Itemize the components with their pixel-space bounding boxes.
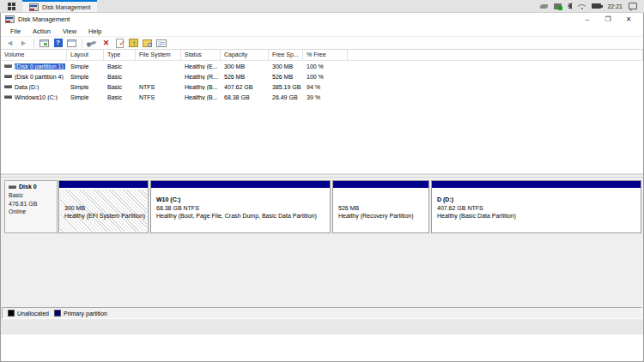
cell-type: Basic [104,63,136,69]
menu-bar: FileActionViewHelp [1,26,643,37]
partition-block[interactable]: W10 (C:)68.38 GB NTFSHealthy (Boot, Page… [150,180,331,233]
cell-free-space: 26.49 GB [269,94,303,100]
menu-action[interactable]: Action [27,27,56,35]
partition-size: 300 MB [64,204,147,213]
volume-disk-icon [4,64,12,68]
show-action-pane-icon[interactable] [66,38,77,48]
partition-block[interactable]: 526 MBHealthy (Recovery Partition) [332,180,429,233]
partition-status: Healthy (Boot, Page File, Crash Dump, Ba… [156,212,329,220]
cell-layout: Simple [67,94,104,100]
network-status-icon[interactable] [554,3,562,9]
action-center-icon[interactable] [629,3,637,9]
cell-pct-free: 39 % [303,94,348,100]
table-row[interactable]: (Disk 0 partition 4)SimpleBasicHealthy (… [1,71,643,81]
partition-color-bar [59,181,148,189]
cell-status: Healthy (B... [181,84,221,90]
back-icon[interactable]: ◄ [4,38,15,48]
volume-disk-icon [4,95,12,99]
legend-label: Unallocated [17,311,49,317]
show-console-tree-icon[interactable] [39,38,50,48]
battery-icon[interactable] [592,3,601,9]
tool-icon[interactable] [87,38,98,48]
toolbar: ◄►?✕✓↑ [1,37,643,50]
cell-status: Healthy (E... [181,63,221,69]
toolbar-separator [82,39,82,48]
cell-type: Basic [104,94,136,100]
cell-capacity: 68.38 GB [221,94,269,100]
menu-view[interactable]: View [58,27,82,35]
cell-layout: Simple [67,74,104,80]
close-button[interactable]: ✕ [618,13,639,26]
table-row[interactable]: Data (D:)SimpleBasicNTFSHealthy (B...407… [1,81,643,92]
column-header-type[interactable]: Type [104,50,136,60]
partition-name [338,196,428,204]
explore-icon[interactable] [142,38,153,48]
column-header-volume[interactable]: Volume [1,50,67,60]
mark-partition-active-icon[interactable]: ✓ [114,38,125,48]
partition-color-bar [151,181,330,189]
window-title: Disk Management [18,15,70,23]
table-row[interactable]: (Disk 0 partition 1)SimpleBasicHealthy (… [1,61,643,71]
cell-volume: (Disk 0 partition 4) [1,74,67,80]
start-button[interactable] [0,0,22,12]
taskbar: Disk Management 22:21 [0,0,644,13]
cell-pct-free: 100 % [303,74,348,80]
help-icon[interactable]: ? [52,38,64,48]
maximize-button[interactable]: ❐ [598,13,618,26]
column-header-free-sp-[interactable]: Free Sp... [269,50,303,60]
cell-pct-free: 94 % [303,84,348,90]
volume-list: VolumeLayoutTypeFile SystemStatusCapacit… [1,50,643,174]
cell-status: Healthy (B... [181,94,221,100]
status-strip [1,319,643,335]
minimize-button[interactable]: – [577,13,598,26]
legend-label: Primary partition [64,311,107,317]
forward-icon[interactable]: ► [18,38,29,48]
column-header--free[interactable]: % Free [303,50,348,60]
volume-disk-icon [4,85,12,88]
partition-block[interactable]: D (D:)407.62 GB NTFSHealthy (Basic Data … [431,180,641,233]
partition-name: D (D:) [437,196,640,204]
volume-list-header: VolumeLayoutTypeFile SystemStatusCapacit… [1,50,643,61]
partition-status: Healthy (Recovery Partition) [338,212,428,220]
disk-0-panel[interactable]: Disk 0 Basic 476.81 GB Online [4,180,58,233]
menu-file[interactable]: File [5,27,26,35]
column-header-file-system[interactable]: File System [136,50,181,60]
graphical-view: Disk 0 Basic 476.81 GB Online 300 MBHeal… [1,178,643,335]
partition-block[interactable]: 300 MBHealthy (EFI System Partition) [58,180,149,233]
partition-color-bar [432,181,641,189]
delete-volume-icon[interactable]: ✕ [100,38,112,48]
disk-size: 476.81 GB [9,200,57,208]
cell-pct-free: 100 % [303,63,348,69]
volume-disk-icon [4,75,12,78]
volume-icon[interactable] [568,3,572,9]
cell-capacity: 526 MB [221,74,269,80]
properties-icon[interactable] [155,38,167,48]
column-header-filler [348,50,643,60]
column-header-status[interactable]: Status [181,50,221,60]
partition-info: D (D:)407.62 GB NTFSHealthy (Basic Data … [433,190,640,232]
column-header-capacity[interactable]: Capacity [221,50,269,60]
toolbar-separator [33,39,34,48]
partition-info: 526 MBHealthy (Recovery Partition) [334,190,428,232]
taskbar-app-button[interactable]: Disk Management [22,0,97,12]
partition-name: W10 (C:) [156,196,329,204]
change-drive-letter-icon[interactable]: ↑ [128,38,139,48]
menu-help[interactable]: Help [83,27,106,35]
legend-color-swatch [54,310,61,317]
partition-info: 300 MBHealthy (EFI System Partition) [60,190,147,232]
table-row[interactable]: Windows10 (C:)SimpleBasicNTFSHealthy (B.… [1,92,643,102]
disk-icon [9,185,16,189]
wifi-icon[interactable] [578,3,586,9]
column-header-layout[interactable]: Layout [67,50,104,60]
cell-free-space: 300 MB [269,63,303,69]
cell-file-system: NTFS [136,84,181,90]
cell-type: Basic [104,84,136,90]
cell-layout: Simple [67,84,104,90]
cell-layout: Simple [67,63,104,69]
disk-0-row: Disk 0 Basic 476.81 GB Online 300 MBHeal… [4,180,641,233]
touchpad-icon[interactable] [540,4,550,9]
cell-volume: Windows10 (C:) [1,94,67,100]
title-bar[interactable]: Disk Management – ❐ ✕ [1,13,643,26]
cell-capacity: 407.62 GB [221,84,269,90]
clock[interactable]: 22:21 [607,3,623,9]
